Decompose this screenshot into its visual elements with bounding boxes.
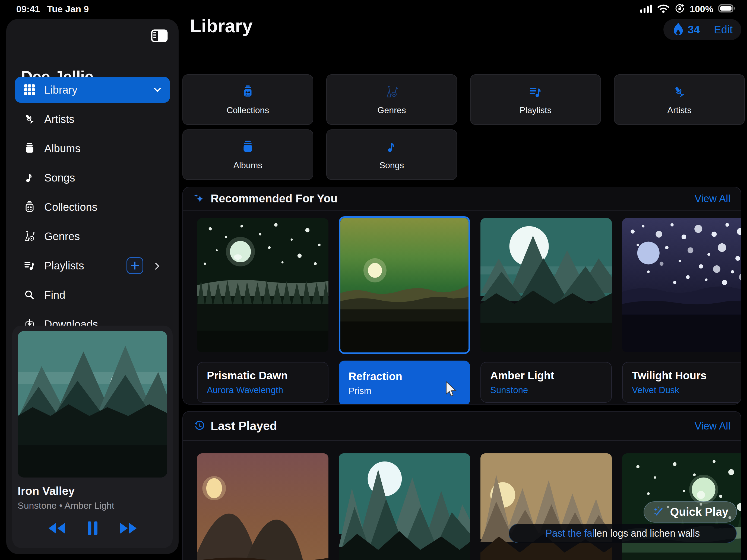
sidebar-item-find[interactable]: Find (15, 280, 170, 310)
sidebar-item-label: Genres (44, 230, 163, 243)
category-artists-button[interactable]: Artists (614, 74, 745, 125)
album-art-amber-light (481, 218, 612, 352)
last-played-header: Last Played View All (183, 411, 741, 441)
lyrics-toast: Past the fallen logs and lichen walls (509, 524, 737, 543)
album-artist-link[interactable]: Aurora Wavelength (207, 385, 319, 395)
sidebar-item-library[interactable]: Library (15, 77, 170, 103)
sidebar-item-songs[interactable]: Songs (15, 163, 170, 192)
status-time: 09:41 (16, 4, 40, 15)
sidebar-item-label: Songs (44, 172, 163, 184)
category-label: Artists (667, 105, 692, 115)
album-card-refraction[interactable]: Refraction Prism (339, 218, 470, 404)
sparkles-icon (193, 193, 205, 205)
guitars-icon (22, 229, 37, 244)
music-note-icon (22, 170, 37, 185)
collections-box-icon (240, 84, 256, 100)
cellular-signal-icon (640, 4, 652, 14)
now-playing-separator: • (59, 500, 62, 511)
sidebar-item-playlists[interactable]: Playlists (15, 251, 170, 280)
microphone-icon (22, 111, 37, 127)
quick-play-button[interactable]: Quick Play (644, 501, 737, 523)
status-bar-left: 09:41 Tue Jan 9 (16, 4, 89, 15)
album-card-dusk[interactable] (197, 453, 329, 560)
album-card-label: Twilight Hours Velvet Dusk (622, 362, 741, 403)
category-label: Albums (233, 160, 262, 170)
section-title: Last Played (211, 419, 277, 433)
album-artist-link[interactable]: Prism (349, 386, 460, 396)
album-card-teal-pines[interactable] (339, 453, 470, 560)
albums-stack-icon (240, 139, 256, 155)
now-playing-title: Iron Valley (18, 485, 167, 498)
playlist-icon (22, 258, 37, 273)
category-collections-button[interactable]: Collections (182, 74, 313, 125)
chevron-down-icon (152, 84, 163, 95)
sidebar-item-genres[interactable]: Genres (15, 222, 170, 251)
album-card-twilight-hours[interactable]: Twilight Hours Velvet Dusk (622, 218, 741, 404)
history-clock-icon (193, 420, 205, 432)
chevron-right-icon (153, 261, 162, 270)
sidebar-item-label: Collections (44, 201, 163, 213)
sidebar-toggle-icon[interactable] (151, 29, 168, 42)
lyric-remaining-text: len logs and lichen walls (594, 528, 700, 539)
album-art-iron-valley (18, 331, 167, 478)
category-label: Playlists (519, 105, 551, 115)
album-art-prismatic-dawn (197, 218, 329, 352)
category-albums-button[interactable]: Albums (182, 129, 313, 180)
album-art-dusk-mountains (197, 453, 329, 560)
sidebar-item-label: Albums (44, 142, 163, 155)
album-title: Amber Light (490, 370, 602, 382)
sidebar-item-label: Find (44, 289, 163, 301)
now-playing-subtitle: Sunstone • Amber Light (18, 500, 167, 511)
playlist-icon (528, 84, 543, 100)
album-title: Refraction (349, 370, 460, 382)
sidebar-item-collections[interactable]: Collections (15, 192, 170, 222)
search-icon (22, 287, 37, 302)
status-bar-right: 100% (640, 3, 736, 15)
music-note-icon (384, 139, 400, 155)
recommended-section: Recommended For You View All (182, 187, 741, 404)
library-grid-icon (22, 82, 37, 98)
next-track-button[interactable] (120, 522, 137, 534)
category-playlists-button[interactable]: Playlists (470, 74, 601, 125)
pause-button[interactable] (86, 520, 99, 536)
previous-track-button[interactable] (48, 522, 66, 534)
album-art-twilight-hours (622, 218, 741, 352)
collections-box-icon (22, 199, 37, 215)
add-playlist-button[interactable] (127, 257, 143, 274)
now-playing-album: Amber Light (65, 500, 114, 511)
sidebar-item-artists[interactable]: Artists (15, 104, 170, 134)
now-playing-artist: Sunstone (18, 500, 57, 511)
page-title: Library (190, 15, 253, 36)
magic-wand-icon (652, 505, 665, 519)
section-title: Recommended For You (211, 192, 338, 205)
last-played-view-all-button[interactable]: View All (695, 420, 730, 432)
sidebar-item-label: Artists (44, 113, 163, 125)
category-genres-button[interactable]: Genres (326, 74, 457, 125)
guitars-icon (384, 84, 400, 100)
category-songs-button[interactable]: Songs (326, 129, 457, 180)
recommended-view-all-button[interactable]: View All (695, 193, 730, 205)
quick-play-label: Quick Play (670, 505, 728, 518)
album-card-label: Amber Light Sunstone (481, 362, 612, 403)
album-card-prismatic-dawn[interactable]: Prismatic Dawn Aurora Wavelength (197, 218, 329, 404)
now-playing-card[interactable]: Iron Valley Sunstone • Amber Light (12, 326, 173, 548)
albums-stack-icon (22, 141, 37, 156)
microphone-icon (672, 84, 687, 100)
sidebar-item-albums[interactable]: Albums (15, 134, 170, 163)
album-title: Twilight Hours (632, 370, 741, 382)
battery-icon (718, 4, 736, 14)
sidebar-item-label: Playlists (44, 260, 127, 272)
album-card-amber-light[interactable]: Amber Light Sunstone (481, 218, 612, 404)
sidebar-menu: Library Artists Albums (15, 77, 170, 339)
album-artist-link[interactable]: Velvet Dusk (632, 385, 741, 395)
album-card-label: Prismatic Dawn Aurora Wavelength (197, 362, 329, 403)
category-label: Collections (227, 105, 269, 115)
album-card-tan-peaks[interactable] (481, 453, 612, 560)
recommended-cards: Prismatic Dawn Aurora Wavelength (197, 218, 741, 404)
category-label: Songs (380, 160, 404, 170)
album-art-teal-pines (339, 453, 470, 560)
sidebar-item-label: Library (44, 84, 152, 96)
recommended-header: Recommended For You View All (183, 187, 741, 211)
edit-button[interactable]: Edit (714, 24, 732, 36)
album-artist-link[interactable]: Sunstone (490, 385, 602, 395)
